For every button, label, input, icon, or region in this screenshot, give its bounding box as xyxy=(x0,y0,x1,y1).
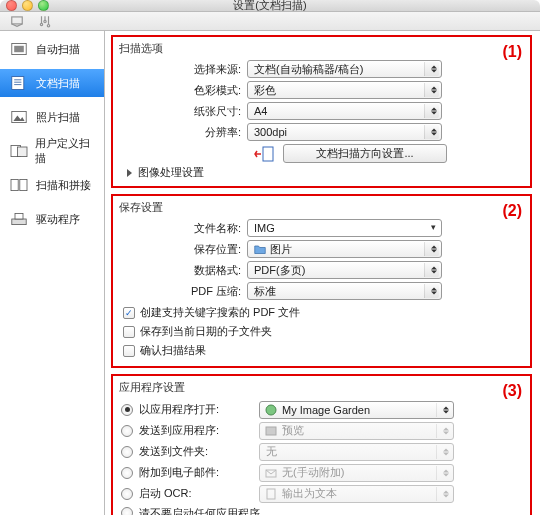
minimize-window[interactable] xyxy=(22,0,33,11)
toolbar-scan-from-computer-icon[interactable] xyxy=(8,12,26,30)
send-app-select[interactable]: 预览 xyxy=(259,422,454,440)
sidebar-item-auto-scan[interactable]: 自动扫描 xyxy=(0,35,104,63)
sidebar-item-label: 照片扫描 xyxy=(36,110,80,125)
source-label: 选择来源: xyxy=(119,62,247,77)
orientation-settings-button[interactable]: 文档扫描方向设置... xyxy=(283,144,447,163)
auto-scan-icon xyxy=(8,40,30,58)
source-select[interactable]: 文档(自动输稿器/稿台) xyxy=(247,60,442,78)
svg-rect-6 xyxy=(12,77,24,90)
app-settings-group: (3) 应用程序设置 以应用程序打开: My Image Garden 发送到应… xyxy=(111,374,532,515)
compress-select[interactable]: 标准 xyxy=(247,282,442,300)
send-folder-value: 无 xyxy=(266,444,277,459)
ocr-select[interactable]: 输出为文本 xyxy=(259,485,454,503)
send-folder-radio[interactable] xyxy=(121,446,133,458)
svg-rect-5 xyxy=(14,46,24,52)
ocr-value: 输出为文本 xyxy=(282,486,337,501)
svg-rect-18 xyxy=(263,147,273,161)
checkbox-icon xyxy=(123,326,135,338)
location-select[interactable]: 图片 xyxy=(247,240,442,258)
ocr-label: 启动 OCR: xyxy=(133,486,259,501)
format-value: PDF(多页) xyxy=(254,263,305,278)
annotation-2: (2) xyxy=(502,202,522,220)
confirm-label: 确认扫描结果 xyxy=(140,343,206,358)
svg-rect-0 xyxy=(12,17,23,24)
svg-rect-17 xyxy=(15,213,23,219)
keyword-pdf-checkbox[interactable]: ✓创建支持关键字搜索的 PDF 文件 xyxy=(121,303,524,322)
window-controls xyxy=(6,0,49,11)
filename-value: IMG xyxy=(254,222,275,234)
sidebar-item-stitch-scan[interactable]: 扫描和拼接 xyxy=(0,171,104,199)
svg-rect-14 xyxy=(11,179,18,190)
subfolder-label: 保存到当前日期的子文件夹 xyxy=(140,324,272,339)
none-radio[interactable] xyxy=(121,507,133,515)
svg-rect-16 xyxy=(12,219,26,225)
mail-icon xyxy=(265,467,277,479)
sidebar-item-label: 驱动程序 xyxy=(36,212,80,227)
checkbox-icon xyxy=(123,345,135,357)
svg-point-2 xyxy=(44,20,46,22)
send-folder-select[interactable]: 无 xyxy=(259,443,454,461)
subfolder-checkbox[interactable]: 保存到当前日期的子文件夹 xyxy=(121,322,524,341)
sidebar-item-document-scan[interactable]: 文档扫描 xyxy=(0,69,104,97)
svg-rect-15 xyxy=(20,179,27,190)
photo-scan-icon xyxy=(8,108,30,126)
compress-value: 标准 xyxy=(254,284,276,299)
svg-point-3 xyxy=(47,25,49,27)
folder-icon xyxy=(254,243,266,255)
dpi-select[interactable]: 300dpi xyxy=(247,123,442,141)
filename-input[interactable]: IMG xyxy=(247,219,442,237)
sidebar-item-label: 自动扫描 xyxy=(36,42,80,57)
open-with-select[interactable]: My Image Garden xyxy=(259,401,454,419)
toolbar xyxy=(0,12,540,31)
sidebar-item-driver[interactable]: 驱动程序 xyxy=(0,205,104,233)
window-title: 设置(文档扫描) xyxy=(233,0,306,13)
annotation-3: (3) xyxy=(502,382,522,400)
paper-select[interactable]: A4 xyxy=(247,102,442,120)
none-label: 请不要启动任何应用程序 xyxy=(133,506,260,516)
send-folder-label: 发送到文件夹: xyxy=(133,444,259,459)
open-with-radio[interactable] xyxy=(121,404,133,416)
preview-app-icon xyxy=(265,425,277,437)
attach-email-radio[interactable] xyxy=(121,467,133,479)
image-processing-disclosure[interactable]: 图像处理设置 xyxy=(127,163,524,180)
format-select[interactable]: PDF(多页) xyxy=(247,261,442,279)
orientation-icon xyxy=(253,145,275,163)
attach-email-label: 附加到电子邮件: xyxy=(133,465,259,480)
paper-value: A4 xyxy=(254,105,267,117)
document-scan-icon xyxy=(8,74,30,92)
sidebar-item-photo-scan[interactable]: 照片扫描 xyxy=(0,103,104,131)
sidebar-item-custom-scan[interactable]: 用户定义扫描 xyxy=(0,137,104,165)
color-value: 彩色 xyxy=(254,83,276,98)
ocr-radio[interactable] xyxy=(121,488,133,500)
location-label: 保存位置: xyxy=(119,242,247,257)
close-window[interactable] xyxy=(6,0,17,11)
send-app-label: 发送到应用程序: xyxy=(133,423,259,438)
sidebar: 自动扫描 文档扫描 照片扫描 用户定义扫描 扫描和拼接 驱动程序 xyxy=(0,31,105,515)
source-value: 文档(自动输稿器/稿台) xyxy=(254,62,363,77)
scan-options-group: (1) 扫描选项 选择来源: 文档(自动输稿器/稿台) 色彩模式: 彩色 纸张尺… xyxy=(111,35,532,188)
format-label: 数据格式: xyxy=(119,263,247,278)
sidebar-item-label: 扫描和拼接 xyxy=(36,178,91,193)
dpi-value: 300dpi xyxy=(254,126,287,138)
open-with-label: 以应用程序打开: xyxy=(133,402,259,417)
orientation-settings-label: 文档扫描方向设置... xyxy=(316,146,413,161)
app-icon xyxy=(265,404,277,416)
svg-point-19 xyxy=(266,405,276,415)
keyword-pdf-label: 创建支持关键字搜索的 PDF 文件 xyxy=(140,305,300,320)
filename-label: 文件名称: xyxy=(119,221,247,236)
send-app-radio[interactable] xyxy=(121,425,133,437)
zoom-window[interactable] xyxy=(38,0,49,11)
confirm-checkbox[interactable]: 确认扫描结果 xyxy=(121,341,524,360)
save-settings-group: (2) 保存设置 文件名称: IMG 保存位置: 图片 数据格式: PDF(多页… xyxy=(111,194,532,368)
svg-rect-13 xyxy=(17,147,27,157)
image-processing-label: 图像处理设置 xyxy=(138,165,204,180)
color-label: 色彩模式: xyxy=(119,83,247,98)
annotation-1: (1) xyxy=(502,43,522,61)
open-with-value: My Image Garden xyxy=(282,404,370,416)
color-select[interactable]: 彩色 xyxy=(247,81,442,99)
toolbar-settings-icon[interactable] xyxy=(36,12,54,30)
checkbox-icon: ✓ xyxy=(123,307,135,319)
attach-email-select[interactable]: 无(手动附加) xyxy=(259,464,454,482)
save-settings-title: 保存设置 xyxy=(119,200,524,219)
scan-options-title: 扫描选项 xyxy=(119,41,524,60)
